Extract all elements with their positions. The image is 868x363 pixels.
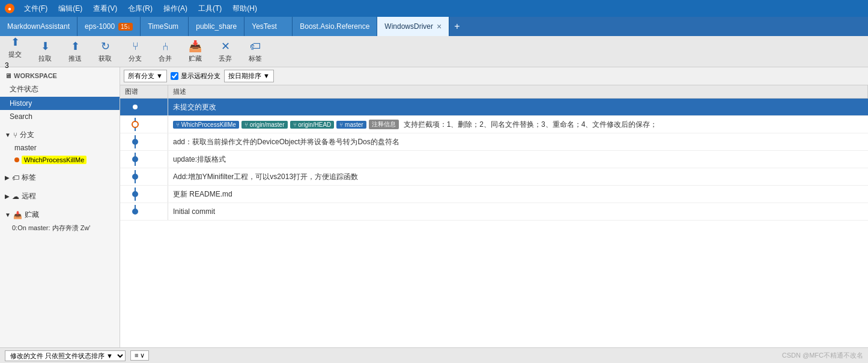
- tag-label: 标签: [249, 54, 262, 63]
- history-table-header: 图谱 描述: [120, 85, 868, 99]
- tab-windows-driver-close[interactable]: ×: [437, 22, 442, 31]
- toolbar-merge[interactable]: ⑃ 合并: [155, 38, 175, 66]
- menu-tools[interactable]: 工具(T): [196, 2, 224, 15]
- commit-label: 提交: [8, 50, 22, 59]
- tab-eps-badge: 15↓: [118, 23, 133, 31]
- tab-yestest-label: YesTest: [252, 22, 277, 31]
- branches-group-label: 分支: [20, 130, 34, 140]
- toolbar-pull[interactable]: ⬇ 拉取: [35, 37, 55, 66]
- history-row-2[interactable]: add：获取当前操作文件的DeviceObject并将设备卷号转为Dos的盘符名: [120, 133, 868, 151]
- commit4-text: Add:增加YMinifilter工程，可以vs2013打开，方便追踪函数: [173, 172, 358, 182]
- stash-label: 贮藏: [189, 54, 202, 63]
- sidebar-branch-master[interactable]: master: [0, 142, 120, 154]
- desc-col-5: 更新 README.md: [168, 186, 868, 203]
- uncommitted-text: 未提交的更改: [173, 102, 216, 112]
- tab-public-share[interactable]: public_share: [189, 17, 244, 36]
- desc-col-4: Add:增加YMinifilter工程，可以vs2013打开，方便追踪函数: [168, 168, 868, 185]
- toolbar-fetch[interactable]: ↻ 获取: [95, 37, 115, 66]
- menu-action[interactable]: 操作(A): [161, 2, 190, 15]
- pull-icon: ⬇: [41, 40, 50, 53]
- tag-origin-master: ⑂ origin/master: [241, 121, 288, 129]
- push-label: 推送: [68, 54, 82, 63]
- col-desc-header: 描述: [168, 85, 868, 98]
- desc-col-1: ⑂ WhichProcessKillMe ⑂ origin/master ⑂ o…: [168, 116, 868, 133]
- app-icon: ●: [5, 4, 14, 13]
- history-table: 图谱 描述 未提交的更改: [120, 85, 868, 347]
- tab-add-button[interactable]: +: [449, 17, 464, 36]
- desc-col-6: Initial commit: [168, 203, 868, 220]
- history-row-uncommitted[interactable]: 未提交的更改: [120, 99, 868, 116]
- toolbar-push[interactable]: ⬆ 推送: [65, 37, 85, 66]
- toolbar-branch[interactable]: ⑂ 分支: [125, 38, 145, 66]
- toolbar-commit-wrap: ⬆ 提交 3: [5, 33, 25, 70]
- history-row-6[interactable]: Initial commit: [120, 203, 868, 221]
- sidebar-remote-group[interactable]: ▶ ☁ 远程: [0, 189, 120, 203]
- sidebar-item-history[interactable]: History: [0, 97, 120, 110]
- sidebar-stash-section: ▼ 📥 贮藏 0:On master: 内存奔溃 Zw': [0, 206, 120, 237]
- sidebar-stash-item[interactable]: 0:On master: 内存奔溃 Zw': [0, 222, 120, 234]
- status-file-select[interactable]: 修改的文件 只依照文件状态排序 ▼: [5, 350, 126, 361]
- tag-origin-head: ⑂ origin/HEAD: [290, 121, 335, 129]
- tab-timesum-label: TimeSum: [148, 22, 178, 31]
- current-branch-label: WhichProcessKillMe: [22, 156, 86, 164]
- fetch-icon: ↻: [101, 40, 110, 53]
- stash-group-label: 贮藏: [25, 210, 39, 220]
- sidebar-item-file-status[interactable]: 文件状态: [0, 82, 120, 97]
- sidebar-item-search[interactable]: Search: [0, 110, 120, 123]
- branch-select[interactable]: 所有分支 ▼: [124, 70, 167, 82]
- stash-expand-icon: ▼: [5, 212, 11, 218]
- history-label: History: [10, 99, 32, 108]
- menu-repo[interactable]: 仓库(R): [126, 2, 155, 15]
- toolbar-tag[interactable]: 🏷 标签: [245, 38, 266, 66]
- remote-group-icon: ☁: [12, 192, 19, 201]
- workspace-label: WORKSPACE: [14, 72, 57, 79]
- graph-col-0: [120, 99, 168, 115]
- tab-timesum[interactable]: TimeSum: [141, 17, 189, 36]
- pull-label: 拉取: [38, 54, 52, 63]
- tab-markdown-label: MarkdownAssistant: [7, 22, 70, 31]
- graph-col-1: [120, 116, 168, 133]
- sidebar-tags-group[interactable]: ▶ 🏷 标签: [0, 171, 120, 185]
- sidebar-stash-group[interactable]: ▼ 📥 贮藏: [0, 208, 120, 222]
- desc-col-3: update:排版格式: [168, 151, 868, 168]
- tab-windows-driver[interactable]: WindowsDriver ×: [377, 17, 449, 36]
- show-remote-checkbox-label[interactable]: 显示远程分支: [171, 72, 220, 81]
- tags-group-label: 标签: [22, 172, 36, 183]
- tag-icon: 🏷: [250, 40, 261, 53]
- tab-yestest[interactable]: YesTest: [244, 17, 293, 36]
- tag-whichprocess: ⑂ WhichProcessKillMe: [173, 121, 239, 129]
- sidebar-branch-current[interactable]: WhichProcessKillMe: [0, 154, 120, 166]
- sidebar-branches-group[interactable]: ▼ ⑂ 分支: [0, 128, 120, 142]
- menu-bar: 文件(F) 编辑(E) 查看(V) 仓库(R) 操作(A) 工具(T) 帮助(H…: [22, 2, 259, 15]
- show-remote-checkbox[interactable]: [171, 72, 178, 80]
- graph-svg-3: [123, 153, 165, 166]
- history-row-3[interactable]: update:排版格式: [120, 151, 868, 168]
- history-row-4[interactable]: Add:增加YMinifilter工程，可以vs2013打开，方便追踪函数: [120, 168, 868, 186]
- tab-public-share-label: public_share: [196, 22, 237, 31]
- graph-col-6: [120, 203, 168, 220]
- menu-help[interactable]: 帮助(H): [230, 2, 259, 15]
- tab-boost[interactable]: Boost.Asio.Reference: [293, 17, 377, 36]
- menu-edit[interactable]: 编辑(E): [56, 2, 85, 15]
- sidebar-workspace-header: 🖥 WORKSPACE: [0, 70, 120, 82]
- history-row-1[interactable]: ⑂ WhichProcessKillMe ⑂ origin/master ⑂ o…: [120, 116, 868, 133]
- status-menu-button[interactable]: ≡ ∨: [130, 350, 149, 361]
- sort-select[interactable]: 按日期排序 ▼: [224, 70, 274, 82]
- toolbar-commit[interactable]: ⬆ 提交: [5, 33, 25, 61]
- desc-col-2: add：获取当前操作文件的DeviceObject并将设备卷号转为Dos的盘符名: [168, 133, 868, 150]
- tag-note: 注释信息: [369, 120, 399, 129]
- commit2-text: add：获取当前操作文件的DeviceObject并将设备卷号转为Dos的盘符名: [173, 137, 399, 147]
- menu-view[interactable]: 查看(V): [91, 2, 120, 15]
- menu-file[interactable]: 文件(F): [22, 2, 50, 15]
- graph-col-5: [120, 186, 168, 203]
- sort-select-label: 按日期排序 ▼: [228, 72, 270, 81]
- discard-label: 丢弃: [219, 54, 232, 63]
- master-label: master: [14, 144, 37, 152]
- toolbar-stash[interactable]: 📥 贮藏: [185, 37, 205, 66]
- sidebar-branches-section: ▼ ⑂ 分支 master WhichProcessKillMe: [0, 126, 120, 168]
- watermark-text: CSDN @MFC不精通不改名: [782, 351, 863, 360]
- history-row-5[interactable]: 更新 README.md: [120, 186, 868, 203]
- toolbar-discard[interactable]: ✕ 丢弃: [215, 37, 235, 66]
- tab-eps[interactable]: eps-1000 15↓: [77, 17, 141, 36]
- status-bar: 修改的文件 只依照文件状态排序 ▼ ≡ ∨ CSDN @MFC不精通不改名: [0, 347, 868, 363]
